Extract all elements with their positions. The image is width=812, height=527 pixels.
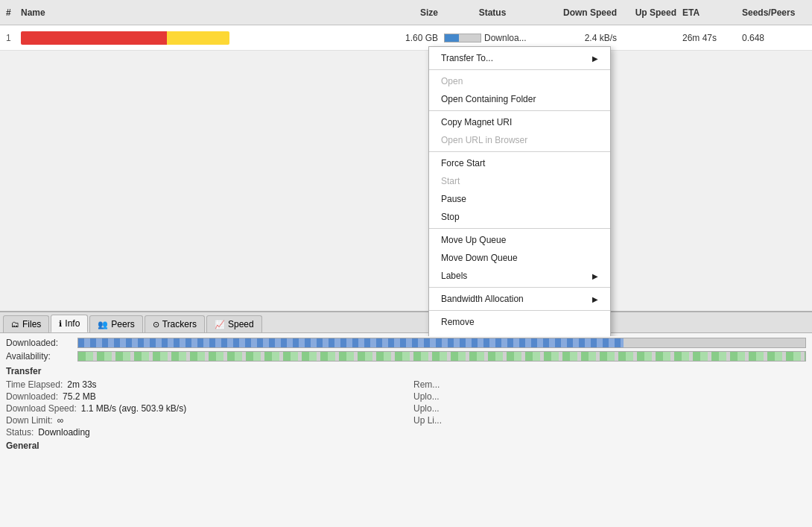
availability-label: Availability: bbox=[6, 351, 73, 362]
tabs-bar: 🗂 Files ℹ Info 👥 Peers ⊙ Trackers 📈 Spee… bbox=[0, 312, 812, 333]
downloaded-data-row: Downloaded: 75.2 MB bbox=[6, 391, 399, 402]
menu-transfer-to[interactable]: Transfer To... ▶ bbox=[429, 49, 610, 67]
table-header: # Name Size Status Down Speed Up Speed E… bbox=[0, 0, 812, 25]
transfer-info-grid: Time Elapsed: 2m 33s Rem... Downloaded: … bbox=[6, 379, 806, 438]
speed-icon: 📈 bbox=[215, 320, 225, 329]
download-speed-key: Download Speed: bbox=[6, 403, 77, 414]
downloaded-row: Downloaded: bbox=[6, 338, 806, 348]
general-title: General bbox=[6, 441, 806, 451]
separator-1 bbox=[429, 69, 610, 70]
separator-6 bbox=[429, 310, 610, 311]
tab-peers[interactable]: 👥 Peers bbox=[89, 315, 142, 332]
menu-open-folder[interactable]: Open Containing Folder bbox=[429, 90, 610, 108]
rem-key: Rem... bbox=[413, 379, 440, 390]
arrow-icon: ▶ bbox=[592, 336, 598, 337]
upload-speed-row: Uplo... bbox=[413, 403, 806, 414]
up-limit-row: Up Li... bbox=[413, 415, 806, 426]
row-progress bbox=[444, 34, 481, 42]
up-limit-key: Up Li... bbox=[413, 415, 442, 426]
context-menu: Transfer To... ▶ Open Open Containing Fo… bbox=[428, 46, 611, 336]
row-seeds: 0.648 bbox=[742, 33, 809, 43]
bottom-panel: 🗂 Files ℹ Info 👥 Peers ⊙ Trackers 📈 Spee… bbox=[0, 311, 812, 527]
download-speed-val: 1.1 MB/s (avg. 503.9 kB/s) bbox=[81, 403, 186, 414]
down-limit-key: Down Limit: bbox=[6, 415, 53, 426]
arrow-icon: ▶ bbox=[592, 272, 598, 280]
down-limit-row: Down Limit: ∞ bbox=[6, 415, 399, 426]
status-key: Status: bbox=[6, 427, 34, 438]
tab-files[interactable]: 🗂 Files bbox=[3, 315, 49, 332]
downloaded-val: 75.2 MB bbox=[63, 391, 96, 402]
row-downspeed: 2.4 kB/s bbox=[541, 33, 623, 43]
uploaded-key: Uplo... bbox=[413, 391, 440, 402]
col-size-header: Size bbox=[384, 7, 444, 18]
progress-fill bbox=[445, 34, 459, 42]
upload-speed-key: Uplo... bbox=[413, 403, 440, 414]
separator-2 bbox=[429, 110, 610, 111]
menu-start[interactable]: Start bbox=[429, 172, 610, 190]
arrow-icon: ▶ bbox=[592, 295, 598, 303]
availability-row: Availability: bbox=[6, 351, 806, 362]
availability-fill bbox=[78, 352, 805, 361]
menu-open-url[interactable]: Open URL in Browser bbox=[429, 131, 610, 149]
arrow-icon: ▶ bbox=[592, 54, 598, 63]
redacted-name bbox=[21, 31, 229, 45]
files-icon: 🗂 bbox=[11, 320, 19, 329]
row-index: 1 bbox=[3, 33, 21, 43]
transfer-title: Transfer bbox=[6, 366, 806, 376]
menu-bandwidth[interactable]: Bandwidth Allocation ▶ bbox=[429, 290, 610, 308]
downloaded-label: Downloaded: bbox=[6, 338, 73, 348]
row-size: 1.60 GB bbox=[384, 33, 444, 43]
menu-open[interactable]: Open bbox=[429, 72, 610, 90]
col-upspeed-header: Up Speed bbox=[623, 7, 682, 18]
menu-stop[interactable]: Stop bbox=[429, 208, 610, 226]
status-row: Status: Downloading bbox=[6, 427, 399, 438]
menu-force-start[interactable]: Force Start bbox=[429, 154, 610, 172]
main-area: 1 1.60 GB Downloa... 2.4 kB/s 26m 47s 0.… bbox=[0, 25, 812, 336]
downloaded-key: Downloaded: bbox=[6, 391, 58, 402]
uploaded-row: Uplo... bbox=[413, 391, 806, 402]
menu-labels[interactable]: Labels ▶ bbox=[429, 267, 610, 285]
row-eta: 26m 47s bbox=[682, 33, 742, 43]
tab-speed[interactable]: 📈 Speed bbox=[206, 315, 262, 332]
download-speed-row: Download Speed: 1.1 MB/s (avg. 503.9 kB/… bbox=[6, 403, 399, 414]
menu-move-down[interactable]: Move Down Queue bbox=[429, 249, 610, 267]
separator-3 bbox=[429, 151, 610, 152]
general-section: General bbox=[6, 441, 806, 451]
rem-row: Rem... bbox=[413, 379, 806, 390]
menu-copy-magnet[interactable]: Copy Magnet URI bbox=[429, 113, 610, 131]
col-hash: # bbox=[3, 7, 21, 18]
down-limit-val: ∞ bbox=[57, 415, 64, 426]
menu-move-up[interactable]: Move Up Queue bbox=[429, 231, 610, 249]
separator-4 bbox=[429, 228, 610, 229]
time-elapsed-key: Time Elapsed: bbox=[6, 379, 63, 390]
panel-content: Downloaded: Availability: Transfer Time … bbox=[0, 333, 812, 458]
downloaded-fill bbox=[78, 338, 624, 347]
table-row[interactable]: 1 1.60 GB Downloa... 2.4 kB/s 26m 47s 0.… bbox=[0, 25, 812, 51]
info-icon: ℹ bbox=[59, 319, 62, 329]
menu-pause[interactable]: Pause bbox=[429, 190, 610, 208]
availability-bar bbox=[77, 351, 806, 362]
menu-remove[interactable]: Remove bbox=[429, 313, 610, 331]
tab-trackers[interactable]: ⊙ Trackers bbox=[145, 315, 205, 332]
tab-info[interactable]: ℹ Info bbox=[51, 315, 88, 332]
time-elapsed-val: 2m 33s bbox=[67, 379, 96, 390]
col-status-header: Status bbox=[444, 7, 541, 18]
time-elapsed-row: Time Elapsed: 2m 33s bbox=[6, 379, 399, 390]
col-eta-header: ETA bbox=[682, 7, 742, 18]
col-seeds-header: Seeds/Peers bbox=[742, 7, 809, 18]
menu-remove-and[interactable]: Remove And ▶ bbox=[429, 331, 610, 336]
separator-5 bbox=[429, 287, 610, 288]
col-downspeed-header: Down Speed bbox=[541, 7, 623, 18]
row-name bbox=[21, 31, 384, 45]
trackers-icon: ⊙ bbox=[153, 320, 159, 329]
status-val: Downloading bbox=[38, 427, 89, 438]
row-status: Downloa... bbox=[444, 33, 541, 43]
peers-icon: 👥 bbox=[98, 320, 108, 329]
downloaded-bar bbox=[77, 338, 806, 348]
col-name-header: Name bbox=[21, 7, 384, 18]
transfer-section: Transfer Time Elapsed: 2m 33s Rem... Dow… bbox=[6, 366, 806, 438]
